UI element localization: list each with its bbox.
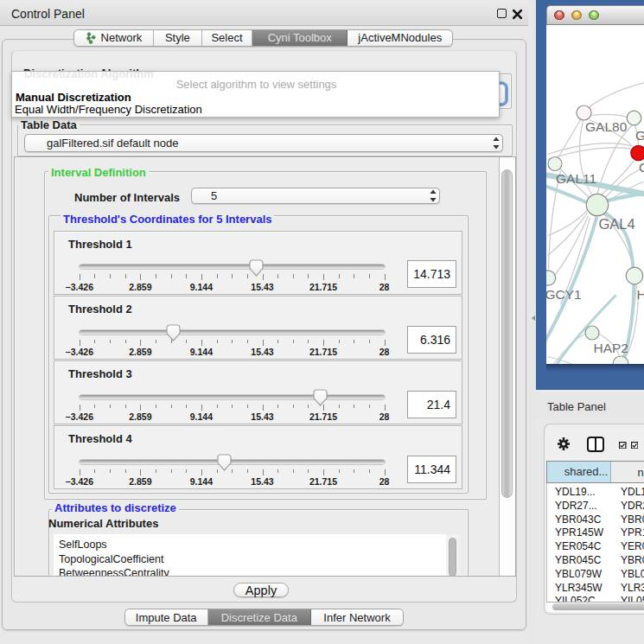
svg-text:H: H (636, 286, 644, 301)
svg-text:GCY1: GCY1 (546, 286, 582, 301)
svg-text:G.: G. (635, 128, 644, 143)
svg-text:GAL80: GAL80 (585, 119, 628, 134)
svg-text:GAL11: GAL11 (556, 171, 596, 186)
svg-text:C: C (639, 160, 644, 175)
svg-text:HAP2: HAP2 (593, 341, 628, 355)
svg-text:GAL4: GAL4 (598, 215, 634, 231)
